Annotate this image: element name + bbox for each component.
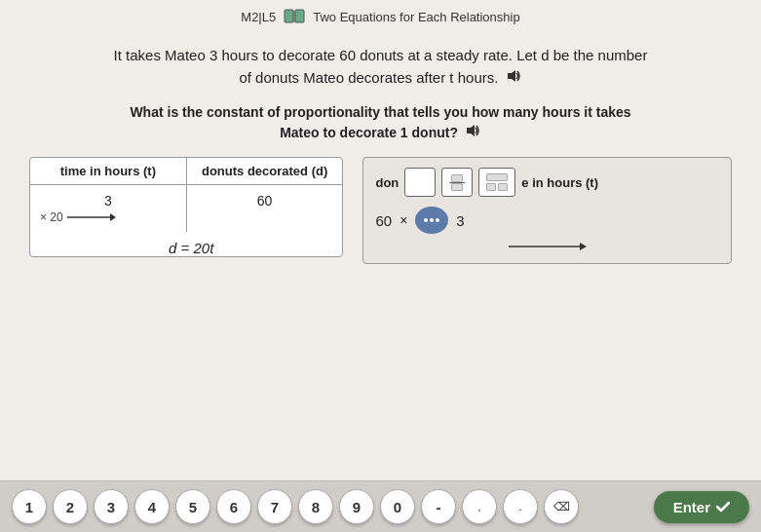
arrow-section: × 20 [40,210,176,224]
problem-text: It takes Mateo 3 hours to decorate 60 do… [29,45,732,89]
key-5[interactable]: 5 [175,489,210,524]
dots-button[interactable] [415,207,448,234]
sound-icon2[interactable] [466,124,481,137]
key-8[interactable]: 8 [298,489,333,524]
fraction-box[interactable] [441,168,473,197]
right-arrow-row [375,240,719,253]
enter-button[interactable]: Enter [654,491,749,523]
multiply-label: × 20 [40,210,63,224]
key-3[interactable]: 3 [94,489,129,524]
header: M2|L5 Two Equations for Each Relationshi… [0,0,761,33]
module-label: M2|L5 [241,10,276,24]
header-title: Two Equations for Each Relationship [313,10,519,24]
book-icon [284,8,305,25]
right-arrow [67,211,116,223]
key-backspace[interactable]: ⌫ [544,489,579,524]
svg-marker-4 [467,125,475,136]
in-hours-label: e in hours (t) [521,175,598,190]
equation: d = 20t [30,240,342,256]
row1-col2: 60 [187,185,343,232]
key-comma[interactable]: , [462,489,497,524]
key-1[interactable]: 1 [12,489,47,524]
x-symbol: × [400,212,407,228]
panels: time in hours (t) donuts decorated (d) 3… [29,157,732,264]
right-panel: don [362,157,732,264]
row1-col1: 3 × 20 [30,185,187,232]
question-text: What is the constant of proportionality … [29,102,732,143]
key-0[interactable]: 0 [380,489,415,524]
problem-line1: It takes Mateo 3 hours to decorate 60 do… [29,45,732,67]
bottom-right-arrow [509,240,587,253]
left-panel: time in hours (t) donuts decorated (d) 3… [29,157,343,257]
table-row: 3 × 20 60 [30,185,342,232]
combined-box[interactable] [478,168,515,197]
col1-header: time in hours (t) [30,158,187,184]
value-3: 3 [456,212,464,229]
key-2[interactable]: 2 [53,489,88,524]
sound-icon1[interactable] [507,69,522,83]
dot3 [436,218,439,222]
dot1 [424,218,428,222]
svg-rect-1 [295,10,304,22]
problem-line2: of donuts Mateo decorates after t hours. [29,67,732,90]
don-label: don [375,175,399,190]
table-header: time in hours (t) donuts decorated (d) [30,158,342,185]
combined-box-wrapper[interactable] [478,168,515,197]
keyboard: 1 2 3 4 5 6 7 8 9 0 - , . ⌫ Enter [0,480,761,532]
dot2 [430,218,434,222]
svg-marker-6 [110,213,116,221]
key-4[interactable]: 4 [134,489,170,524]
key-6[interactable]: 6 [216,489,251,524]
key-9[interactable]: 9 [339,489,374,524]
key-period[interactable]: . [503,489,538,524]
key-7[interactable]: 7 [257,489,292,524]
key-minus[interactable]: - [421,489,456,524]
value-60: 60 [375,212,392,229]
bottom-row: 60 × 3 [375,207,719,234]
input-box-1[interactable] [404,168,436,197]
question-line1: What is the constant of proportionality … [29,102,732,123]
svg-marker-3 [508,70,515,82]
checkmark-icon [716,501,730,513]
main-content: It takes Mateo 3 hours to decorate 60 do… [0,33,761,264]
svg-rect-0 [285,10,293,22]
question-line2: Mateo to decorate 1 donut? [29,123,732,143]
input-row: don [375,168,719,197]
col2-header: donuts decorated (d) [187,158,343,184]
svg-marker-8 [580,243,587,250]
